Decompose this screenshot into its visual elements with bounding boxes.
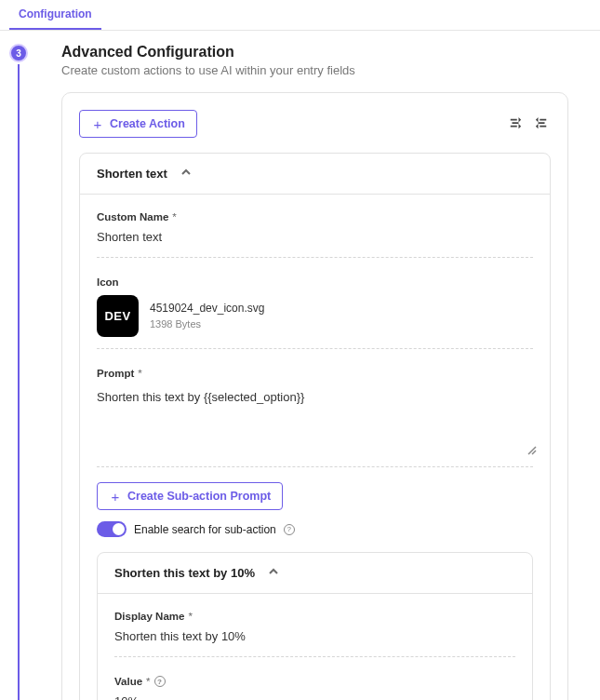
plus-icon: + <box>91 117 104 130</box>
subaction-card: Shorten this text by 10% Display Name* S… <box>97 552 533 700</box>
field-custom-name: Custom Name* Shorten text <box>97 208 533 258</box>
icon-buttons <box>506 114 551 133</box>
value-value[interactable]: 10% <box>114 693 515 700</box>
step-badge: 3 <box>9 44 28 62</box>
help-icon[interactable]: ? <box>154 676 166 687</box>
subaction-header[interactable]: Shorten this text by 10% <box>98 553 532 594</box>
create-subaction-button[interactable]: + Create Sub-action Prompt <box>97 482 283 510</box>
field-value: Value* ? 10% <box>114 672 515 700</box>
icon-meta: 4519024_dev_icon.svg 1398 Bytes <box>150 300 264 332</box>
subaction-title: Shorten this text by 10% <box>114 566 255 580</box>
main-column: Advanced Configuration Create custom act… <box>37 44 591 700</box>
value-label: Value* ? <box>114 676 515 687</box>
icon-preview[interactable]: DEV 4519024_dev_icon.svg 1398 Bytes <box>97 295 533 337</box>
tab-configuration[interactable]: Configuration <box>9 0 101 30</box>
custom-name-value[interactable]: Shorten text <box>97 228 533 246</box>
step-line <box>18 64 20 700</box>
prompt-area[interactable]: Shorten this text by {{selected_option}} <box>97 390 533 455</box>
section-subtitle: Create custom actions to use AI within y… <box>61 63 568 77</box>
config-card: + Create Action Shorten text <box>61 92 568 700</box>
field-display-name: Display Name* Shorten this text by 10% <box>114 607 515 657</box>
icon-filename: 4519024_dev_icon.svg <box>150 300 264 316</box>
create-subaction-label: Create Sub-action Prompt <box>127 490 271 503</box>
icon-size: 1398 Bytes <box>150 316 264 332</box>
step-column: 3 <box>0 44 37 700</box>
action-card: Shorten text Custom Name* Shorten text I… <box>79 153 551 700</box>
prompt-label: Prompt* <box>97 368 533 379</box>
resize-handle-icon[interactable] <box>526 444 539 457</box>
chevron-up-icon <box>180 167 192 181</box>
toggle-knob <box>113 523 125 535</box>
field-icon: Icon DEV 4519024_dev_icon.svg 1398 Bytes <box>97 273 533 349</box>
toggle-label: Enable search for sub-action <box>134 523 276 536</box>
prompt-value: Shorten this text by {{selected_option}} <box>97 390 533 404</box>
section-title: Advanced Configuration <box>61 44 568 61</box>
field-prompt: Prompt* Shorten this text by {{selected_… <box>97 364 533 467</box>
help-icon[interactable]: ? <box>284 524 295 535</box>
collapse-all-icon[interactable] <box>506 114 525 133</box>
create-action-button[interactable]: + Create Action <box>79 110 197 138</box>
action-header[interactable]: Shorten text <box>80 154 550 195</box>
dev-icon: DEV <box>97 295 139 337</box>
subaction-body: Display Name* Shorten this text by 10% V… <box>98 594 532 700</box>
card-header: + Create Action <box>79 110 551 138</box>
enable-search-toggle[interactable] <box>97 521 127 537</box>
chevron-up-icon <box>268 566 279 580</box>
display-name-label: Display Name* <box>114 611 515 622</box>
action-title: Shorten text <box>97 167 167 181</box>
icon-label: Icon <box>97 276 533 288</box>
create-action-label: Create Action <box>110 117 185 130</box>
plus-icon: + <box>109 490 122 503</box>
display-name-value[interactable]: Shorten this text by 10% <box>114 627 515 645</box>
expand-all-icon[interactable] <box>532 114 551 133</box>
toggle-row: Enable search for sub-action ? <box>97 521 533 537</box>
content: 3 Advanced Configuration Create custom a… <box>0 31 600 700</box>
tab-bar: Configuration <box>0 0 600 31</box>
custom-name-label: Custom Name* <box>97 211 533 222</box>
action-body: Custom Name* Shorten text Icon DEV 45190… <box>80 195 550 700</box>
